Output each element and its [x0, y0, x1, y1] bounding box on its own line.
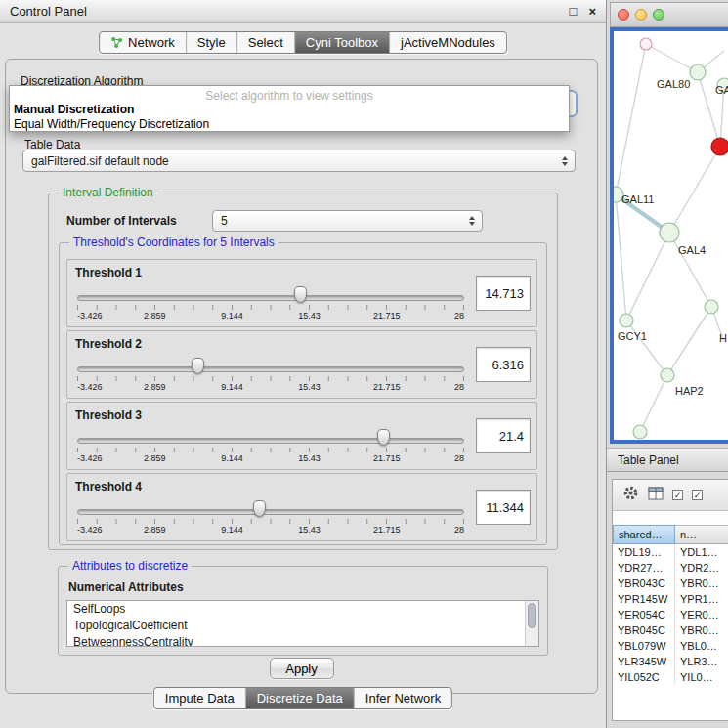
- cell-shared-name[interactable]: YPR145W: [613, 591, 675, 607]
- network-edge[interactable]: [616, 194, 626, 321]
- slider-track[interactable]: [77, 295, 464, 301]
- algorithm-dropdown-list: Select algorithm to view settings Manual…: [9, 85, 570, 132]
- network-node[interactable]: [661, 368, 674, 382]
- close-window-icon[interactable]: ×: [588, 4, 596, 19]
- network-node[interactable]: [633, 425, 647, 439]
- tab-infer-network[interactable]: Infer Network: [354, 688, 451, 708]
- network-edge[interactable]: [667, 307, 711, 375]
- cell-shared-name[interactable]: YBL079W: [613, 638, 675, 654]
- network-node-label: HAP2: [675, 385, 704, 397]
- table-row[interactable]: YDR27…YDR2…: [613, 560, 728, 576]
- threshold-value-field[interactable]: 14.713: [476, 276, 531, 311]
- interval-group-title: Interval Definition: [59, 186, 157, 199]
- network-edge[interactable]: [669, 147, 720, 233]
- tab-discretize-data[interactable]: Discretize Data: [245, 688, 354, 708]
- tab-select[interactable]: Select: [236, 32, 294, 53]
- network-node[interactable]: [705, 300, 718, 314]
- network-node[interactable]: [660, 223, 679, 242]
- table-row[interactable]: YBL079WYBL0…: [613, 638, 728, 654]
- tab-jactivemnodules[interactable]: jActiveMNodules: [389, 32, 506, 53]
- threshold-slider[interactable]: -3.4262.8599.14415.4321.71528: [77, 474, 464, 540]
- slider-track[interactable]: [77, 438, 464, 444]
- gear-icon[interactable]: [622, 485, 639, 505]
- slider-thumb[interactable]: [192, 358, 204, 374]
- table-row[interactable]: YBR045CYBR0…: [613, 622, 728, 638]
- zoom-traffic-icon[interactable]: [653, 9, 664, 21]
- columns-icon[interactable]: [648, 487, 664, 504]
- network-edge[interactable]: [626, 233, 669, 321]
- cell-name[interactable]: YPR1…: [675, 591, 728, 607]
- minimize-traffic-icon[interactable]: [635, 9, 647, 21]
- cell-name[interactable]: YER0…: [675, 607, 728, 622]
- threshold-value-field[interactable]: 11.344: [476, 490, 531, 525]
- table-row[interactable]: YIL052CYIL0…: [613, 669, 728, 685]
- algorithm-option[interactable]: Equal Width/Frequency Discretization: [14, 117, 565, 132]
- table-panel-header[interactable]: Table Panel: [607, 448, 728, 472]
- network-edge[interactable]: [616, 44, 646, 194]
- network-edge[interactable]: [640, 375, 667, 432]
- cell-name[interactable]: YBL0…: [675, 638, 728, 654]
- threshold-value-field[interactable]: 6.316: [476, 347, 531, 382]
- network-edge[interactable]: [646, 44, 698, 72]
- scrollbar-thumb[interactable]: [528, 603, 536, 628]
- slider-scale: -3.4262.8599.14415.4321.71528: [77, 525, 464, 535]
- cell-name[interactable]: YBR0…: [675, 622, 728, 638]
- table-row[interactable]: YLR345WYLR3…: [613, 654, 728, 669]
- tab-label: Impute Data: [165, 691, 235, 706]
- network-svg[interactable]: GAL80GAGAL11GAL4GCY1HAP2H: [614, 31, 728, 440]
- attributes-scrollbar[interactable]: [525, 601, 538, 646]
- table-row[interactable]: YDL19…YDL1…: [613, 544, 728, 560]
- tab-style[interactable]: Style: [186, 32, 236, 53]
- table-data-combo[interactable]: galFiltered.sif default node: [22, 150, 576, 172]
- network-node[interactable]: [711, 138, 728, 155]
- cell-shared-name[interactable]: YER054C: [613, 607, 675, 622]
- numerical-attributes-list[interactable]: SelfLoopsTopologicalCoefficientBetweenne…: [66, 600, 539, 647]
- cell-shared-name[interactable]: YDL19…: [613, 544, 675, 560]
- threshold-slider[interactable]: -3.4262.8599.14415.4321.71528: [77, 331, 464, 398]
- top-tab-bar: NetworkStyleSelectCyni ToolboxjActiveMNo…: [99, 31, 507, 54]
- cell-shared-name[interactable]: YLR345W: [613, 654, 675, 669]
- cell-name[interactable]: YDR2…: [675, 560, 728, 576]
- cell-shared-name[interactable]: YBR045C: [613, 622, 675, 638]
- network-edge[interactable]: [626, 321, 667, 375]
- table-row[interactable]: YPR145WYPR1…: [613, 591, 728, 607]
- slider-track[interactable]: [77, 509, 464, 515]
- cell-name[interactable]: YDL1…: [675, 544, 728, 560]
- network-canvas[interactable]: GAL80GAGAL11GAL4GCY1HAP2H: [610, 27, 728, 444]
- table-row[interactable]: YER054CYER0…: [613, 607, 728, 622]
- cell-shared-name[interactable]: YIL052C: [613, 669, 675, 685]
- attribute-list-item[interactable]: TopologicalCoefficient: [67, 618, 525, 634]
- threshold-slider[interactable]: -3.4262.8599.14415.4321.71528: [77, 403, 464, 469]
- cell-name[interactable]: YBR0…: [675, 576, 728, 591]
- cell-shared-name[interactable]: YDR27…: [613, 560, 675, 576]
- cell-name[interactable]: YLR3…: [675, 654, 728, 669]
- scale-label: 9.144: [221, 311, 243, 321]
- tab-impute-data[interactable]: Impute Data: [154, 688, 245, 708]
- tab-network[interactable]: Network: [100, 32, 186, 53]
- attribute-list-item[interactable]: SelfLoops: [67, 601, 525, 618]
- checkbox-icon[interactable]: ✓: [692, 490, 703, 500]
- apply-button[interactable]: Apply: [270, 658, 334, 679]
- network-node[interactable]: [690, 64, 706, 80]
- network-window-titlebar[interactable]: [610, 2, 728, 27]
- algorithm-option[interactable]: Manual Discretization: [14, 103, 565, 117]
- checkbox-icon[interactable]: ✓: [672, 490, 683, 500]
- threshold-value-field[interactable]: 21.4: [476, 418, 531, 453]
- float-window-icon[interactable]: □: [570, 4, 578, 19]
- slider-thumb[interactable]: [377, 429, 390, 446]
- tab-cyni-toolbox[interactable]: Cyni Toolbox: [294, 32, 389, 53]
- close-traffic-icon[interactable]: [618, 9, 629, 21]
- table-row[interactable]: YBR043CYBR0…: [613, 576, 728, 591]
- slider-track[interactable]: [77, 366, 464, 372]
- threshold-slider[interactable]: -3.4262.8599.14415.4321.71528: [77, 260, 464, 326]
- cell-shared-name[interactable]: YBR043C: [613, 576, 675, 591]
- column-header-shared-name[interactable]: shared…: [613, 525, 675, 544]
- tab-label: Style: [197, 35, 226, 50]
- attribute-list-item[interactable]: BetweennessCentrality: [67, 634, 525, 647]
- number-of-intervals-combo[interactable]: 5: [212, 210, 483, 232]
- column-header-name[interactable]: n…: [675, 525, 728, 544]
- control-panel-titlebar[interactable]: Control Panel □ ×: [0, 0, 606, 23]
- network-node[interactable]: [640, 38, 652, 50]
- network-node[interactable]: [620, 314, 633, 327]
- cell-name[interactable]: YIL0…: [675, 669, 728, 685]
